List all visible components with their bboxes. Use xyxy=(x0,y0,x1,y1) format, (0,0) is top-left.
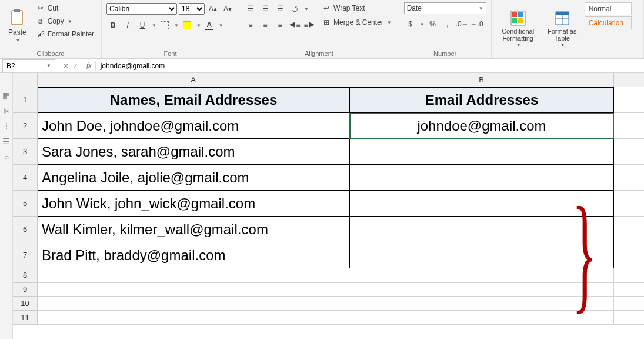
cell-C7[interactable] xyxy=(614,242,644,268)
align-right-button[interactable]: ≡ xyxy=(273,19,286,32)
row-header-1[interactable]: 1 xyxy=(13,87,38,113)
cell-A4[interactable]: Angelina Joile, ajolie@gmail.com xyxy=(38,165,349,191)
cell-B1[interactable]: Email Addresses xyxy=(349,87,614,113)
grid[interactable]: ABC 1234567891011 Names, Email Addresses… xyxy=(13,73,644,339)
align-left-button[interactable]: ≡ xyxy=(244,19,257,32)
decrease-font-button[interactable]: A▾ xyxy=(221,2,234,15)
cell-C2[interactable] xyxy=(614,113,644,139)
cell-C9[interactable] xyxy=(614,282,644,297)
cell-B3[interactable] xyxy=(349,139,614,165)
row-header-3[interactable]: 3 xyxy=(13,139,38,165)
cell-B5[interactable] xyxy=(349,191,614,217)
cell-A9[interactable] xyxy=(38,282,349,297)
italic-button[interactable]: I xyxy=(121,19,134,32)
select-all-corner[interactable] xyxy=(13,73,38,87)
accept-formula-button[interactable]: ✓ xyxy=(72,62,78,70)
row-header-5[interactable]: 5 xyxy=(13,191,38,217)
align-middle-button[interactable]: ☰ xyxy=(259,2,272,15)
font-color-button[interactable]: A xyxy=(203,19,216,32)
cell-C11[interactable] xyxy=(614,311,644,325)
chevron-down-icon: ▼ xyxy=(196,23,201,28)
cell-B2[interactable]: johndoe@gmail.com xyxy=(349,113,614,139)
row-header-10[interactable]: 10 xyxy=(13,297,38,311)
cell-B8[interactable] xyxy=(349,268,614,282)
col-header-C[interactable]: C xyxy=(614,73,644,87)
percent-button[interactable]: % xyxy=(426,18,439,31)
style-calculation[interactable]: Calculation xyxy=(585,16,632,29)
merge-center-button[interactable]: ⊞ Merge & Center ▼ xyxy=(319,16,394,28)
strip-icon[interactable]: ⌕ xyxy=(4,152,9,161)
cell-B9[interactable] xyxy=(349,282,614,297)
cell-B7[interactable] xyxy=(349,242,614,268)
cell-B6[interactable] xyxy=(349,217,614,242)
name-box[interactable]: B2 ▼ xyxy=(2,59,55,72)
font-name-select[interactable]: Calibri xyxy=(106,3,177,15)
col-header-B[interactable]: B xyxy=(349,73,614,87)
style-normal[interactable]: Normal xyxy=(585,2,632,15)
row-header-7[interactable]: 7 xyxy=(13,242,38,268)
cell-A3[interactable]: Sara Jones, sarah@gmail.com xyxy=(38,139,349,165)
cell-A5[interactable]: John Wick, john_wick@gmail.com xyxy=(38,191,349,217)
fx-icon[interactable]: fx xyxy=(83,61,95,70)
cell-B11[interactable] xyxy=(349,311,614,325)
align-center-button[interactable]: ≡ xyxy=(259,19,272,32)
increase-decimal-button[interactable]: .0→ xyxy=(456,18,469,31)
align-top-button[interactable]: ☰ xyxy=(244,2,257,15)
chevron-down-icon: ▼ xyxy=(420,22,425,27)
cell-B4[interactable] xyxy=(349,165,614,191)
strip-icon[interactable]: ⎘ xyxy=(4,106,9,115)
copy-button[interactable]: ⧉ Copy ▼ xyxy=(34,15,96,27)
decrease-decimal-button[interactable]: ←.0 xyxy=(471,18,483,31)
currency-button[interactable]: $ xyxy=(404,18,417,31)
cell-A11[interactable] xyxy=(38,311,349,325)
underline-button[interactable]: U xyxy=(136,19,149,32)
strip-icon[interactable]: ☰ xyxy=(2,137,10,146)
bold-button[interactable]: B xyxy=(106,19,119,32)
row-header-6[interactable]: 6 xyxy=(13,217,38,242)
row-header-11[interactable]: 11 xyxy=(13,311,38,325)
cell-A7[interactable]: Brad Pitt, braddy@gmail.com xyxy=(38,242,349,268)
cell-C5[interactable] xyxy=(614,191,644,217)
left-tool-strip: ▦ ⎘ ⋮ ☰ ⌕ xyxy=(0,73,13,339)
increase-indent-button[interactable]: ≡⯈ xyxy=(303,19,316,32)
cell-C8[interactable] xyxy=(614,268,644,282)
chevron-down-icon: ▼ xyxy=(15,38,20,43)
number-format-select[interactable]: Date ▼ xyxy=(404,2,486,14)
orientation-button[interactable]: ⭯ xyxy=(288,2,301,15)
wrap-text-button[interactable]: ↩ Wrap Text xyxy=(319,2,394,14)
cell-A8[interactable] xyxy=(38,268,349,282)
group-clipboard: Paste ▼ ✂ Cut ⧉ Copy ▼ 🖌 Format Painter xyxy=(0,0,102,58)
borders-button[interactable] xyxy=(158,19,171,32)
cut-button[interactable]: ✂ Cut xyxy=(34,2,96,14)
align-bottom-button[interactable]: ☰ xyxy=(273,2,286,15)
col-header-A[interactable]: A xyxy=(38,73,349,87)
row-header-4[interactable]: 4 xyxy=(13,165,38,191)
format-as-table-button[interactable]: Format as Table▼ xyxy=(543,2,581,56)
strip-icon[interactable]: ⋮ xyxy=(2,121,11,131)
strip-icon[interactable]: ▦ xyxy=(2,91,10,100)
row-header-9[interactable]: 9 xyxy=(13,282,38,297)
name-box-value: B2 xyxy=(6,62,15,70)
cell-C6[interactable] xyxy=(614,217,644,242)
cell-A1[interactable]: Names, Email Addresses xyxy=(38,87,349,113)
row-header-2[interactable]: 2 xyxy=(13,113,38,139)
cell-A10[interactable] xyxy=(38,297,349,311)
cell-C4[interactable] xyxy=(614,165,644,191)
cell-C10[interactable] xyxy=(614,297,644,311)
cancel-formula-button[interactable]: ✕ xyxy=(63,62,69,70)
fill-color-button[interactable] xyxy=(181,19,193,32)
cell-C3[interactable] xyxy=(614,139,644,165)
cell-B10[interactable] xyxy=(349,297,614,311)
decrease-indent-button[interactable]: ⯇≡ xyxy=(288,19,301,32)
font-size-select[interactable]: 18 xyxy=(179,3,205,15)
formula-input[interactable]: johndoe@gmail.com xyxy=(96,62,644,70)
comma-button[interactable]: , xyxy=(441,18,454,31)
increase-font-button[interactable]: A▴ xyxy=(206,2,219,15)
paste-button[interactable]: Paste ▼ xyxy=(5,2,30,49)
format-painter-button[interactable]: 🖌 Format Painter xyxy=(34,28,96,40)
row-header-8[interactable]: 8 xyxy=(13,268,38,282)
cell-A2[interactable]: John Doe, johndoe@gmail.com xyxy=(38,113,349,139)
conditional-formatting-button[interactable]: Conditional Formatting▼ xyxy=(496,2,540,56)
cell-C1[interactable] xyxy=(614,87,644,113)
cell-A6[interactable]: Wall Kimler, kilmer_wall@gmail.com xyxy=(38,217,349,242)
